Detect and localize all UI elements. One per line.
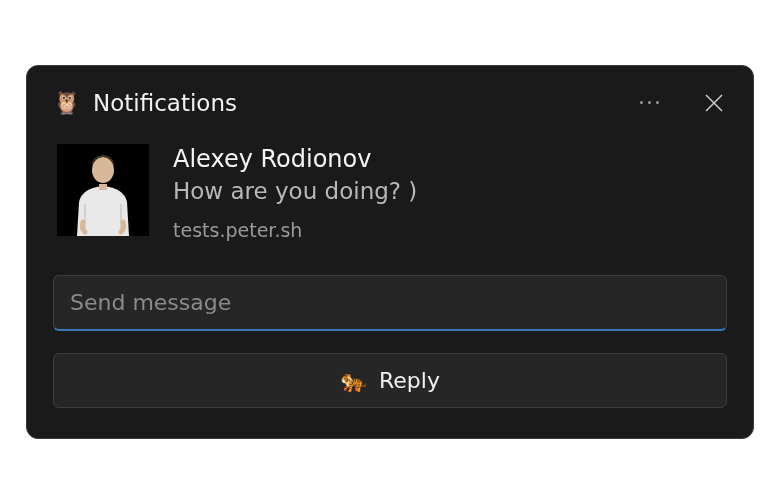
more-options-icon[interactable] xyxy=(634,95,665,110)
header-actions xyxy=(634,90,727,116)
reply-button[interactable]: 🐅 Reply xyxy=(53,353,727,408)
message-text: How are you doing? ) xyxy=(173,177,417,207)
svg-point-3 xyxy=(92,157,114,183)
sender-avatar xyxy=(57,144,149,236)
source-label: tests.peter.sh xyxy=(173,219,417,241)
cat-icon: 🐅 xyxy=(340,370,367,392)
reply-input[interactable] xyxy=(53,275,727,331)
notification-body: Alexey Rodionov How are you doing? ) tes… xyxy=(53,144,727,241)
app-icon: 🦉 xyxy=(53,90,79,116)
reply-button-label: Reply xyxy=(379,368,440,393)
toast-title: Notifications xyxy=(93,90,620,116)
sender-name: Alexey Rodionov xyxy=(173,144,417,175)
notification-text: Alexey Rodionov How are you doing? ) tes… xyxy=(173,144,417,241)
notification-toast: 🦉 Notifications xyxy=(26,65,754,439)
toast-header: 🦉 Notifications xyxy=(53,90,727,116)
svg-rect-4 xyxy=(99,184,107,190)
close-icon[interactable] xyxy=(701,90,727,116)
